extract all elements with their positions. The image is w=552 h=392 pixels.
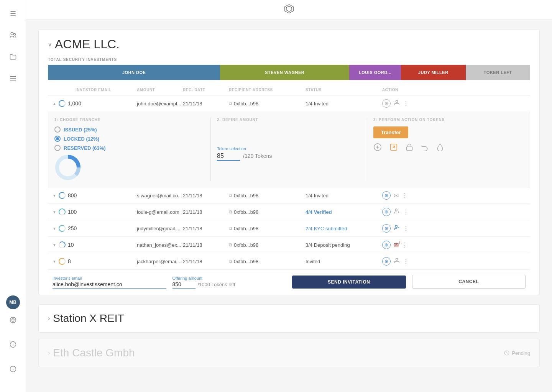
offering-amount-input[interactable] bbox=[172, 281, 196, 289]
kyc-btn[interactable] bbox=[394, 225, 400, 232]
list-icon[interactable] bbox=[5, 71, 21, 86]
add-token-btn[interactable]: ⊕ bbox=[382, 99, 391, 108]
svg-point-1 bbox=[13, 33, 15, 35]
token-segment-johndoe[interactable]: JOHN DOE bbox=[48, 65, 220, 80]
radio-issued[interactable]: ISSUED (25%) bbox=[54, 126, 204, 133]
svg-rect-24 bbox=[407, 147, 412, 150]
col-address: RECIPIENT ADDRESS bbox=[229, 88, 306, 92]
action-cell: ⊕ ⋮ bbox=[382, 99, 440, 108]
address-cell: ⧉ 0xfbb...b98 bbox=[229, 226, 306, 231]
folder-icon[interactable] bbox=[5, 49, 21, 64]
date-cell: 21/11/18 bbox=[183, 226, 229, 231]
copy-icon[interactable]: ⧉ bbox=[229, 193, 232, 198]
email-cell: judymiller@gmail.... bbox=[137, 226, 183, 231]
table-row[interactable]: ▼ 10 nathan_jones@ex... 21/11/18 ⧉ 0xfbb… bbox=[48, 237, 530, 253]
date-cell: 21/11/18 bbox=[183, 209, 229, 215]
token-segment-louis[interactable]: LOUIS GORD... bbox=[349, 65, 401, 80]
more-options-btn[interactable]: ⋮ bbox=[403, 225, 409, 232]
transfer-button[interactable]: Transfer bbox=[373, 126, 408, 138]
copy-icon[interactable]: ⧉ bbox=[229, 242, 232, 248]
status-circle bbox=[59, 225, 66, 232]
users-icon[interactable] bbox=[5, 28, 21, 43]
table-row[interactable]: ▼ 100 louis-g@email.com 21/11/18 ⧉ 0xfbb… bbox=[48, 204, 530, 220]
add-token-btn[interactable]: ⊕ bbox=[382, 208, 391, 216]
col-action: ACTION bbox=[382, 88, 440, 92]
token-segment-left[interactable]: TOKEN LEFT bbox=[466, 65, 530, 80]
row-chevron-icon[interactable]: ▼ bbox=[53, 210, 56, 214]
token-amount-input[interactable] bbox=[217, 153, 240, 161]
action-cell: ⊕ ✉! ⋮ bbox=[382, 241, 440, 249]
row-amount-6: ▼ 8 bbox=[53, 258, 137, 265]
action-panel: Transfer bbox=[373, 126, 518, 153]
token-input-row: /120 Tokens bbox=[217, 153, 272, 161]
row-chevron-icon[interactable]: ▼ bbox=[53, 243, 56, 247]
action-cell: ⊕ ✉ ⋮ bbox=[382, 191, 440, 200]
app-logo bbox=[284, 3, 294, 16]
mail-btn[interactable]: ✉ bbox=[394, 192, 399, 199]
drop-icon[interactable] bbox=[436, 143, 444, 153]
investor-email-field: Investor's email bbox=[53, 276, 166, 289]
svg-point-14 bbox=[396, 100, 398, 102]
copy-icon[interactable]: ⧉ bbox=[229, 226, 232, 231]
more-options-btn[interactable]: ⋮ bbox=[403, 100, 409, 107]
radio-locked[interactable]: LOCKED (12%) bbox=[54, 136, 204, 142]
status-cell: Invited bbox=[306, 259, 382, 264]
mail-alert-btn[interactable]: ✉! bbox=[394, 241, 399, 249]
step2-section: 2: DEFINE AMOUNT Token selection /120 To… bbox=[211, 118, 367, 181]
token-bar: JOHN DOE STEVEN WAGNER LOUIS GORD... JUD… bbox=[48, 65, 530, 80]
more-options-btn[interactable]: ⋮ bbox=[403, 258, 409, 265]
avatar[interactable]: MB bbox=[6, 295, 20, 309]
row-chevron-icon[interactable]: ▲ bbox=[53, 102, 56, 106]
step3-label: 3: PERFORM ACTION ON TOKENS bbox=[373, 118, 518, 122]
table-row[interactable]: ▼ 250 judymiller@gmail.... 21/11/18 ⧉ 0x… bbox=[48, 220, 530, 237]
copy-icon[interactable]: ⧉ bbox=[229, 259, 232, 264]
status-circle bbox=[59, 208, 66, 215]
copy-icon[interactable]: ⧉ bbox=[229, 101, 232, 106]
amount-value: 8 bbox=[68, 258, 71, 264]
user-btn[interactable] bbox=[394, 258, 400, 265]
more-options-btn[interactable]: ⋮ bbox=[402, 192, 408, 199]
row-chevron-icon[interactable]: ▼ bbox=[53, 194, 56, 198]
menu-icon[interactable]: ☰ bbox=[5, 6, 21, 21]
col-status: STATUS bbox=[306, 88, 382, 92]
info-circle2-icon[interactable] bbox=[5, 361, 21, 377]
info-circle-icon[interactable] bbox=[5, 337, 21, 352]
cancel-button[interactable]: CANCEL bbox=[412, 275, 526, 289]
add-token-btn[interactable]: ⊕ bbox=[382, 191, 391, 200]
copy-icon[interactable]: ⧉ bbox=[229, 209, 232, 215]
station-chevron-icon[interactable]: › bbox=[48, 315, 50, 322]
user-add-btn[interactable] bbox=[394, 208, 400, 216]
add-token-btn[interactable]: ⊕ bbox=[382, 257, 391, 266]
col-amount: AMOUNT bbox=[137, 88, 183, 92]
token-segment-steven[interactable]: STEVEN WAGNER bbox=[220, 65, 349, 80]
token-segment-judy[interactable]: JUDY MILLER bbox=[401, 65, 465, 80]
table-row[interactable]: ▼ 800 s.wagner@mail.co... 21/11/18 ⧉ 0xf… bbox=[48, 187, 530, 204]
row-chevron-icon[interactable]: ▼ bbox=[53, 226, 56, 231]
donut-chart bbox=[54, 154, 204, 181]
acme-section: ∨ ACME LLC. TOTAL SECURITY INVESTMENTS J… bbox=[38, 29, 540, 295]
radio-reserved[interactable]: RESERVED (63%) bbox=[54, 145, 204, 151]
send-invitation-button[interactable]: SEND INVITATION bbox=[292, 276, 406, 289]
row-chevron-icon[interactable]: ▼ bbox=[53, 259, 56, 264]
table-row[interactable]: ▲ 1,000 john.doe@exampl... 21/11/18 ⧉ 0x… bbox=[48, 95, 530, 112]
undo-icon[interactable] bbox=[421, 143, 429, 153]
table-row[interactable]: ▼ 8 jackharper@emai.... 21/11/18 ⧉ 0xfbb… bbox=[48, 253, 530, 270]
globe-icon[interactable] bbox=[5, 312, 21, 328]
add-action-icon[interactable] bbox=[373, 143, 382, 153]
ethcastle-chevron-icon[interactable]: › bbox=[48, 349, 50, 356]
add-token-btn[interactable]: ⊕ bbox=[382, 224, 391, 233]
more-options-btn[interactable]: ⋮ bbox=[403, 208, 409, 216]
token-input-area: Token selection /120 Tokens bbox=[217, 126, 272, 181]
user-icon-btn[interactable] bbox=[394, 100, 400, 107]
token-actions-row bbox=[373, 143, 518, 153]
more-options-btn[interactable]: ⋮ bbox=[402, 241, 408, 249]
offering-amount-field: Offering amount /1000 Tokens left bbox=[172, 276, 286, 289]
transfer-out-icon[interactable] bbox=[389, 143, 398, 153]
status-cell: 3/4 Deposit pending bbox=[306, 242, 382, 248]
action-cell: ⊕ ⋮ bbox=[382, 208, 440, 216]
add-token-btn[interactable]: ⊕ bbox=[382, 241, 391, 249]
lock-icon[interactable] bbox=[406, 143, 413, 153]
status-cell: 2/4 KYC submitted bbox=[306, 226, 382, 231]
investor-email-input[interactable] bbox=[53, 281, 166, 289]
company-chevron-icon[interactable]: ∨ bbox=[48, 41, 52, 48]
